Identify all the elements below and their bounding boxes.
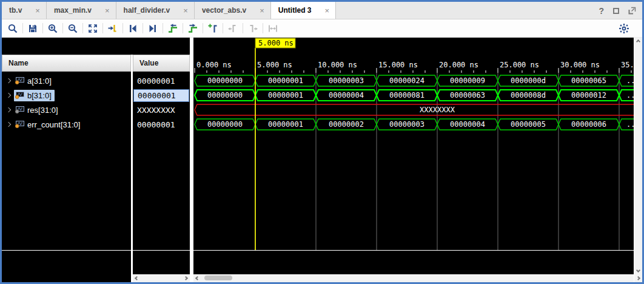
scroll-down-icon[interactable] xyxy=(636,268,640,272)
toolbar-separator xyxy=(143,23,143,33)
scroll-right-icon[interactable] xyxy=(184,276,188,280)
toolbar-separator xyxy=(223,23,223,33)
svg-text:00000009: 00000009 xyxy=(450,76,485,85)
waveform-canvas[interactable]: 0.000 ns5.000 ns10.000 ns15.000 ns20.000… xyxy=(193,38,634,250)
tab-close-icon[interactable]: × xyxy=(183,7,188,15)
svg-text:00000005: 00000005 xyxy=(511,120,546,129)
signal-row-a[interactable]: a[31:0] xyxy=(2,73,131,88)
tab-untitled-3[interactable]: Untitled 3 × xyxy=(271,2,336,19)
svg-text:0000008d: 0000008d xyxy=(511,91,546,100)
waveform-toolbar xyxy=(2,19,642,38)
go-to-time-0-icon xyxy=(127,23,138,34)
zoom-to-cursor-icon xyxy=(107,23,118,34)
zoom-fit-icon xyxy=(87,23,98,34)
svg-text:00000000: 00000000 xyxy=(207,76,243,85)
tab-bar: tb.v × max_min.v × half_divider.v × vect… xyxy=(2,2,642,19)
zoom-out-button[interactable] xyxy=(65,21,81,36)
tab-label: Untitled 3 xyxy=(278,6,312,15)
tab-max-min-v[interactable]: max_min.v × xyxy=(47,2,116,19)
toolbar-separator xyxy=(183,23,183,33)
tab-close-icon[interactable]: × xyxy=(325,7,330,15)
value-cell-err-count[interactable]: 00000001 xyxy=(133,120,190,129)
help-icon[interactable]: ? xyxy=(599,6,604,16)
signal-value-panel: 00000001 00000001 XXXXXXXX 00000001 xyxy=(133,72,190,274)
value-cell-a[interactable]: 00000001 xyxy=(133,76,190,86)
zoom-in-button[interactable] xyxy=(45,21,61,36)
expand-chevron-icon[interactable] xyxy=(6,122,11,127)
next-transition-button[interactable] xyxy=(185,21,201,36)
svg-text:0000000d: 0000000d xyxy=(511,76,546,85)
tab-close-icon[interactable]: × xyxy=(105,7,110,15)
svg-text:00000000: 00000000 xyxy=(207,91,243,100)
scroll-left-icon[interactable] xyxy=(135,276,139,280)
svg-text:00000065: 00000065 xyxy=(571,76,606,85)
toolbar-separator xyxy=(22,23,23,33)
float-window-icon[interactable] xyxy=(628,7,636,15)
name-header-label: Name xyxy=(8,59,29,67)
previous-transition-icon xyxy=(167,23,178,34)
toolbar-separator xyxy=(122,23,123,33)
svg-text:00000003: 00000003 xyxy=(329,76,364,85)
tab-vector-abs-v[interactable]: vector_abs.v × xyxy=(195,2,271,19)
add-marker-button[interactable] xyxy=(205,21,221,36)
signal-row-b[interactable]: b[31:0] xyxy=(2,88,131,103)
svg-text:30.000 ns: 30.000 ns xyxy=(560,61,600,69)
svg-text:20.000 ns: 20.000 ns xyxy=(439,61,478,69)
swap-cursors-button xyxy=(265,21,281,36)
tab-half-divider-v[interactable]: half_divider.v × xyxy=(116,2,195,19)
toolbar-separator xyxy=(82,23,83,33)
zoom-to-cursor-button[interactable] xyxy=(105,21,121,36)
value-header-label: Value xyxy=(139,59,158,67)
value-cell-b[interactable]: 00000001 xyxy=(133,89,189,102)
tab-tb-v[interactable]: tb.v × xyxy=(2,2,47,19)
maximize-icon[interactable] xyxy=(613,8,619,14)
signal-row-err-count[interactable]: err_count[31:0] xyxy=(2,117,131,132)
zoom-fit-button[interactable] xyxy=(85,21,101,36)
signal-row-res[interactable]: res[31:0] xyxy=(2,103,131,117)
bus-signal-icon xyxy=(15,92,24,99)
previous-marker-icon xyxy=(227,23,238,34)
signal-name-label: err_count[31:0] xyxy=(27,120,80,129)
toolbar-separator xyxy=(243,23,243,33)
svg-text:00000024: 00000024 xyxy=(389,76,424,85)
tab-close-icon[interactable]: × xyxy=(260,7,264,15)
scroll-corner[interactable] xyxy=(634,274,642,282)
svg-text:XXXXXXXX: XXXXXXXX xyxy=(420,106,455,114)
bus-signal-icon xyxy=(15,121,24,128)
svg-text:0.000 ns: 0.000 ns xyxy=(196,61,232,69)
svg-text:..: .. xyxy=(626,76,634,85)
signal-name-label: b[31:0] xyxy=(27,91,52,100)
expand-chevron-icon[interactable] xyxy=(6,93,11,98)
cursor-label: 5.000 ns xyxy=(255,38,295,48)
scroll-left-icon[interactable] xyxy=(195,276,200,280)
bus-signal-icon xyxy=(15,106,24,113)
find-button[interactable] xyxy=(5,21,21,36)
waveform-background xyxy=(193,38,634,250)
tab-label: tb.v xyxy=(9,6,22,15)
expand-chevron-icon[interactable] xyxy=(6,78,11,83)
waveform-window: tb.v × max_min.v × half_divider.v × vect… xyxy=(0,0,644,284)
value-horizontal-scrollbar[interactable] xyxy=(133,274,190,282)
go-to-last-time-button[interactable] xyxy=(145,21,161,36)
expand-chevron-icon[interactable] xyxy=(6,107,11,112)
settings-button[interactable] xyxy=(616,21,632,36)
go-to-time-0-button[interactable] xyxy=(125,21,141,36)
vertical-scrollbar[interactable] xyxy=(634,38,642,274)
svg-text:00000004: 00000004 xyxy=(450,120,485,129)
wave-horizontal-scrollbar[interactable] xyxy=(193,274,634,282)
svg-text:..: .. xyxy=(626,91,634,100)
save-wave-config-button[interactable] xyxy=(25,21,41,36)
svg-text:5.000 ns: 5.000 ns xyxy=(257,61,292,69)
go-to-last-time-icon xyxy=(147,23,158,34)
previous-transition-button[interactable] xyxy=(165,21,181,36)
svg-text:10.000 ns: 10.000 ns xyxy=(318,61,357,69)
value-cell-res[interactable]: XXXXXXXX xyxy=(133,106,190,115)
value-column-header: Value xyxy=(133,55,190,72)
h-scroll-thumb[interactable] xyxy=(204,276,232,280)
next-transition-icon xyxy=(187,23,198,34)
tab-close-icon[interactable]: × xyxy=(35,7,40,15)
scroll-up-icon[interactable] xyxy=(636,39,640,44)
settings-icon xyxy=(619,23,629,34)
scroll-right-icon[interactable] xyxy=(636,276,640,280)
panel-bottom-separator xyxy=(2,250,634,251)
